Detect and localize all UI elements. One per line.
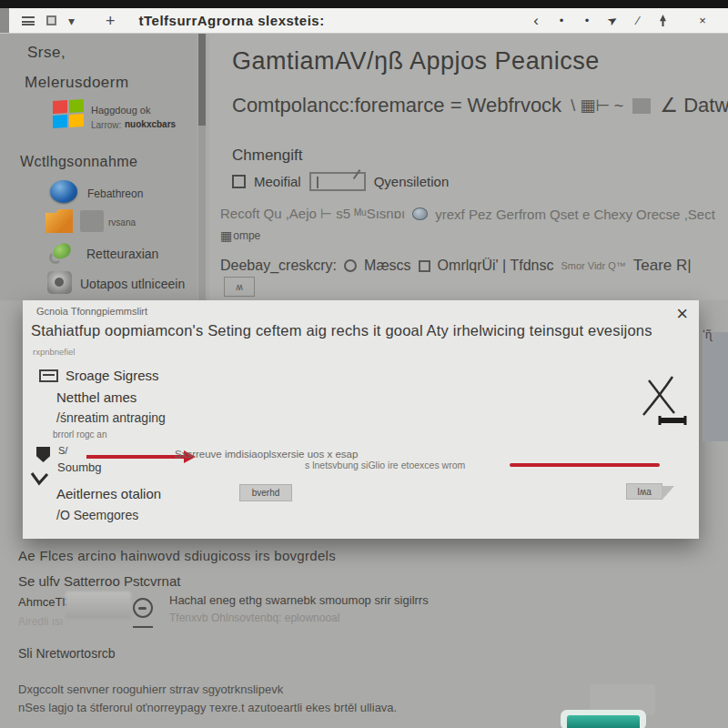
gear-icon[interactable] [47,271,72,294]
dialog-settings-label[interactable]: Soumbg [57,460,101,474]
muted-row: Recoft Qu ,Aejo ⊢ s5 ᴹᵘSısnɒı yrexf Pez … [220,206,728,222]
chevron-down-icon[interactable]: ▾ [68,15,75,27]
footer-line2: Se ulfv Satterroo Pstcvrnat [18,573,180,589]
shield-icon [36,447,50,462]
dialog-note2: s lnetsvbung siGlio ire etoexces wrom [305,460,465,470]
sidebar-subtitle: Melerusdoerm [25,74,129,92]
address-text[interactable]: tTelfsurrAgrorna slexsteis: [139,13,325,28]
color-swatch [80,210,104,232]
radio-label: Mæscs [364,258,411,274]
gray-square-icon [632,98,651,114]
red-line-annotation [510,463,660,467]
footer-line4: Dxgccolt senvner rooguhierr strrav sgyot… [18,682,283,696]
grid-icon: ▦ [220,228,232,243]
check-v-icon [30,471,50,486]
windows-logo-icon[interactable] [53,99,84,128]
teal-button[interactable] [567,715,640,728]
checkbox[interactable] [419,260,430,272]
scrollbar-thumb[interactable] [198,34,206,126]
plugin-icon[interactable] [47,242,75,267]
handdrawn-x-annotation [632,375,698,431]
muted-row-part1: Recoft Qu ,Aejo ⊢ s5 ᴹᵘSısnɒı [220,206,405,222]
windows-logo-yellow [69,114,84,127]
sidebar-app-subvalue: nuokxcbars [125,119,176,129]
page-subtitle-tail: ∠ Datwwl [660,94,728,117]
grid-row-label: ompe [233,229,260,242]
dialog-subtitle: rxpnbnefiel [33,347,75,357]
globe-icon[interactable] [50,180,77,203]
sidebar-item-files[interactable]: rvsana [108,217,136,228]
right-edge-strip [703,332,728,441]
account-note2: Tfenxvb Ohlnsovtenbq: eplownooal [169,612,339,624]
circle-badge-icon [133,598,153,618]
close-icon[interactable]: × [690,14,715,27]
dialog-arrow-note: Sxsrreuve imdisiaoplsxersie uos x esap [175,449,358,460]
delay-label: Deebay_creskcry: [220,258,337,274]
sidebar-app-sublabel: Larrow: [91,120,121,130]
redacted-box [66,592,131,619]
dialog-line2[interactable]: /śnreatim antraging [56,410,166,425]
account-label: AhmceTl3 [18,595,72,609]
footer-line5: nSes lagjo ta śtferorul oťnorreypagy тex… [18,701,397,714]
sidebar-section-heading: Wctlhgsonnahme [20,154,137,170]
dialog-option-label[interactable]: Aeitlernes otalion [56,486,161,501]
muted-row-part2: yrexf Pez Gerfrom Qset e Chexy Orecse ,S… [435,207,715,222]
monitor-icon [39,369,58,382]
sidebar-title: Srse, [27,44,66,62]
subtitle-marks: \ ▦⊢ ~ [571,96,623,116]
dialog-storage-item[interactable]: Sroage Sigress [66,368,159,383]
page-subtitle: Comtpolancc:foremarce = Webfrvock \ ▦⊢ ~… [232,94,728,117]
option-label: Meoifial [254,174,301,189]
footer-line1: Ae Flces arcino hainwovd sdiugicoss irs … [18,548,336,563]
grid-row: ▦ ompe [220,228,260,243]
menu-icon[interactable] [22,16,35,25]
dialog-kicker: Gcnoia Tfonngpiemmslirt [36,306,147,317]
account-note: Hachal eneg ethg swarnebk smoumop srir s… [169,593,429,607]
radio-button[interactable] [344,259,357,272]
window-top-strip [0,0,728,8]
sidebar-item-restoration[interactable]: Retteuraxian [86,247,158,261]
small-input[interactable]: ʍ [224,277,255,297]
pin-icon[interactable] [660,15,666,26]
slash-icon[interactable]: ∕ [625,14,651,27]
dialog-shield-prefix: S/ [58,445,67,456]
windows-logo-red [53,100,67,114]
footer-line3: Sli Nretwortosrcb [18,646,116,661]
option-suffix[interactable]: Qyensiletion [374,174,450,189]
tab-icon[interactable] [46,15,56,25]
sidebar-item-network[interactable]: Febathreon [87,187,143,200]
stray-text: ʻɳ̃ [703,328,712,341]
account-sublabel: Airedli ısı [18,615,63,628]
plugin-icon-hook [49,251,62,264]
back-icon[interactable]: ‹ [523,12,549,30]
dialog-line3: brrorl rogc an [53,430,106,440]
windows-logo-blue [53,115,67,128]
page-title: GamtiamAV/ŋß Appjos Peanicse [232,47,600,76]
text-input[interactable] [309,172,366,191]
mini-globe-icon [412,207,428,220]
browser-toolbar: ▾ + tTelfsurrAgrorna slexsteis: ‹ • • ➤ … [0,8,728,34]
dialog: Gcnoia Tfonngpiemmslirt × Stahiatfup oop… [23,300,699,539]
checkbox[interactable] [232,175,246,188]
sidebar-item-options[interactable]: Uotapos utlniceein [80,277,185,291]
new-tab-icon[interactable]: + [106,13,116,29]
sidebar-app-label[interactable]: Haggdoug ok [91,105,150,116]
cursor-icon[interactable]: ➤ [598,8,627,33]
option-row: Meoifial Qyensiletion [232,172,449,191]
red-arrow-annotation [86,455,185,459]
dialog-option-button[interactable]: bverhd [239,484,292,501]
windows-logo-green [69,99,84,113]
dialog-last-label[interactable]: /O Seemgores [56,508,138,522]
section-heading: Chmengift [232,147,302,165]
dialog-close-icon[interactable]: × [676,302,688,326]
dot-icon[interactable]: • [549,14,574,27]
dialog-right-button[interactable]: Iʍa [626,483,662,500]
page-subtitle-text: Comtpolancc:foremarce = Webfrvock [232,94,561,117]
circle-badge-underline [133,626,153,628]
check-label: OmrlqrÜi' | Tfdnsc [438,258,554,274]
delay-row: Deebay_creskcry: Mæscs OmrlqrÜi' | Tfdns… [220,257,728,275]
toolbar-left-edge [0,8,9,33]
delay-tail-label: Teare R| [633,257,692,275]
dialog-line1[interactable]: Netthel ames [56,389,136,405]
dot-icon[interactable]: • [574,14,600,27]
